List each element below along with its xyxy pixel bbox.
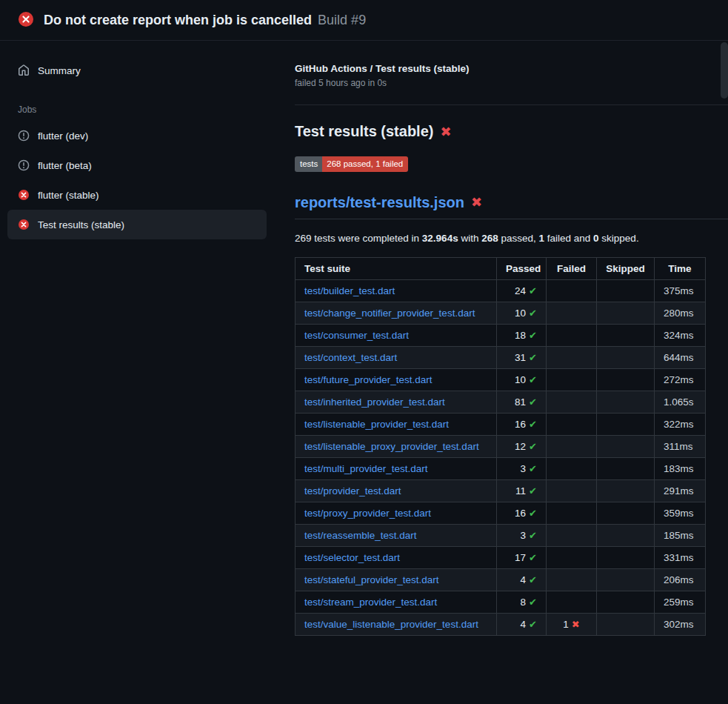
- skipped-cell: [597, 391, 655, 413]
- check-icon: ✔: [529, 530, 537, 541]
- table-row: test/inherited_provider_test.dart81✔1.06…: [295, 391, 706, 413]
- check-icon: ✔: [529, 441, 537, 452]
- table-row: test/consumer_test.dart18✔324ms: [295, 324, 706, 346]
- skipped-cell: [597, 279, 655, 302]
- jobs-list: flutter (dev) flutter (beta) flutter (st…: [7, 121, 267, 239]
- time-cell: 1.065s: [655, 391, 706, 413]
- report-heading: reports/test-results.json ✖: [295, 194, 728, 219]
- main-content: GitHub Actions / Test results (stable) f…: [274, 41, 728, 636]
- jobs-section-label: Jobs: [18, 104, 267, 115]
- suite-link[interactable]: test/multi_provider_test.dart: [304, 463, 428, 474]
- suite-link[interactable]: test/proxy_provider_test.dart: [304, 508, 431, 519]
- skipped-cell: [597, 479, 655, 502]
- job-label: Test results (stable): [38, 219, 124, 230]
- check-icon: ✔: [529, 552, 537, 563]
- divider: [295, 104, 728, 105]
- suite-link[interactable]: test/selector_test.dart: [304, 552, 400, 563]
- time-cell: 322ms: [655, 413, 706, 435]
- sidebar-item-summary[interactable]: Summary: [7, 56, 267, 85]
- suite-cell: test/future_provider_test.dart: [295, 368, 497, 391]
- table-row: test/change_notifier_provider_test.dart1…: [295, 302, 706, 324]
- sidebar-item-flutter-stable[interactable]: flutter (stable): [7, 180, 267, 210]
- suite-cell: test/value_listenable_provider_test.dart: [295, 613, 497, 635]
- failed-cell: [547, 302, 597, 324]
- results-table-body: test/builder_test.dart24✔375mstest/chang…: [295, 279, 706, 635]
- skipped-cell: [597, 302, 655, 324]
- passed-cell: 8✔: [497, 591, 547, 613]
- cross-mark-icon: ✖: [440, 125, 451, 139]
- header-failed: Failed: [547, 257, 597, 279]
- check-icon: ✔: [529, 485, 537, 497]
- time-cell: 291ms: [655, 479, 706, 502]
- check-icon: ✔: [529, 574, 537, 585]
- table-row: test/multi_provider_test.dart3✔183ms: [295, 457, 706, 479]
- section-title: Test results (stable) ✖: [295, 123, 728, 140]
- table-row: test/listenable_provider_test.dart16✔322…: [295, 413, 706, 435]
- sidebar-item-test-results-stable[interactable]: Test results (stable): [7, 210, 267, 239]
- check-icon: ✔: [529, 330, 537, 341]
- suite-link[interactable]: test/stream_provider_test.dart: [304, 597, 437, 608]
- table-row: test/context_test.dart31✔644ms: [295, 346, 706, 368]
- header-test-suite: Test suite: [295, 257, 497, 279]
- suite-link[interactable]: test/inherited_provider_test.dart: [304, 396, 445, 408]
- badge-value: 268 passed, 1 failed: [322, 156, 408, 172]
- suite-cell: test/stateful_provider_test.dart: [295, 568, 497, 591]
- skipped-cell: [597, 435, 655, 457]
- suite-link[interactable]: test/listenable_provider_test.dart: [304, 419, 449, 430]
- header-passed: Passed: [497, 257, 547, 279]
- failed-cell: [547, 368, 597, 391]
- passed-cell: 10✔: [497, 302, 547, 324]
- suite-link[interactable]: test/value_listenable_provider_test.dart: [304, 619, 478, 630]
- suite-link[interactable]: test/future_provider_test.dart: [304, 374, 433, 385]
- passed-cell: 12✔: [497, 435, 547, 457]
- suite-link[interactable]: test/provider_test.dart: [304, 485, 401, 497]
- passed-cell: 17✔: [497, 546, 547, 568]
- suite-cell: test/inherited_provider_test.dart: [295, 391, 497, 413]
- check-icon: ✔: [529, 508, 537, 519]
- time-cell: 206ms: [655, 568, 706, 591]
- skipped-cell: [597, 502, 655, 524]
- failed-status-icon: [18, 11, 34, 30]
- passed-cell: 3✔: [497, 524, 547, 546]
- suite-link[interactable]: test/stateful_provider_test.dart: [304, 574, 439, 585]
- suite-cell: test/listenable_provider_test.dart: [295, 413, 497, 435]
- suite-link[interactable]: test/builder_test.dart: [304, 285, 395, 296]
- time-cell: 324ms: [655, 324, 706, 346]
- check-icon: ✔: [529, 374, 537, 385]
- results-table: Test suite Passed Failed Skipped Time te…: [295, 257, 706, 636]
- time-cell: 272ms: [655, 368, 706, 391]
- scrollbar-thumb[interactable]: [721, 42, 728, 99]
- suite-link[interactable]: test/change_notifier_provider_test.dart: [304, 308, 475, 319]
- table-row: test/provider_test.dart11✔291ms: [295, 479, 706, 502]
- skipped-cell: [597, 324, 655, 346]
- passed-cell: 24✔: [497, 279, 547, 302]
- job-label: flutter (beta): [38, 160, 92, 171]
- skipped-cell: [597, 568, 655, 591]
- suite-link[interactable]: test/reassemble_test.dart: [304, 530, 417, 541]
- failed-cell: [547, 524, 597, 546]
- time-cell: 185ms: [655, 524, 706, 546]
- exclamation-circle-icon: [18, 159, 30, 171]
- passed-cell: 4✔: [497, 613, 547, 635]
- passed-cell: 31✔: [497, 346, 547, 368]
- sidebar-item-flutter-dev[interactable]: flutter (dev): [7, 121, 267, 150]
- failed-cell: 1✖: [547, 613, 597, 635]
- failed-cell: [547, 413, 597, 435]
- suite-cell: test/listenable_proxy_provider_test.dart: [295, 435, 497, 457]
- suite-link[interactable]: test/consumer_test.dart: [304, 330, 409, 341]
- suite-link[interactable]: test/context_test.dart: [304, 352, 397, 363]
- table-row: test/stream_provider_test.dart8✔259ms: [295, 591, 706, 613]
- time-cell: 259ms: [655, 591, 706, 613]
- suite-cell: test/change_notifier_provider_test.dart: [295, 302, 497, 324]
- sidebar-item-flutter-beta[interactable]: flutter (beta): [7, 150, 267, 180]
- suite-cell: test/multi_provider_test.dart: [295, 457, 497, 479]
- suite-link[interactable]: test/listenable_proxy_provider_test.dart: [304, 441, 479, 452]
- report-link[interactable]: reports/test-results.json: [295, 194, 464, 211]
- table-row: test/future_provider_test.dart10✔272ms: [295, 368, 706, 391]
- passed-cell: 81✔: [497, 391, 547, 413]
- passed-cell: 4✔: [497, 568, 547, 591]
- failed-cell: [547, 435, 597, 457]
- build-title-group: Do not create report when job is cancell…: [44, 13, 366, 28]
- skipped-cell: [597, 546, 655, 568]
- failed-cell: [547, 591, 597, 613]
